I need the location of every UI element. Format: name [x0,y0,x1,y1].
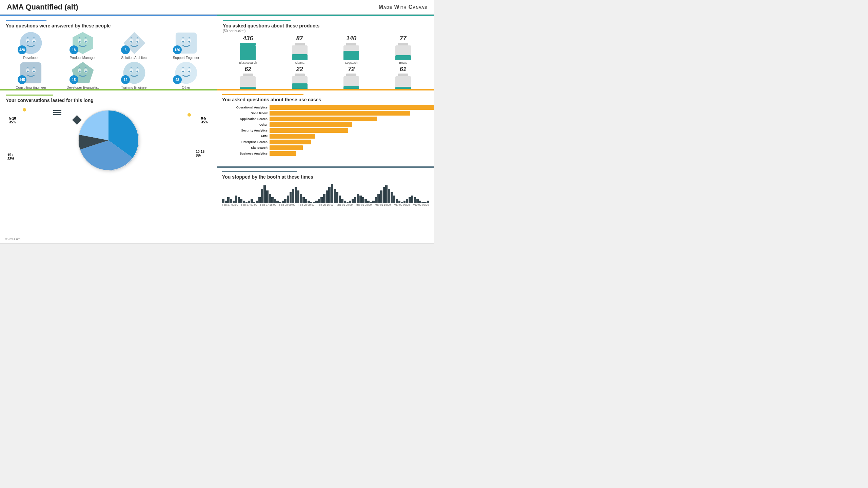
products-accent-line [223,20,291,21]
timeline-x-label: Mar 01 16:00 [375,203,391,206]
timeline-accent-line [222,171,297,172]
dot-decoration [188,113,191,117]
timeline-bar [230,199,232,203]
timeline-bar [372,201,375,203]
bar-track [270,117,377,121]
conversations-accent-line [6,95,53,96]
svg-point-3 [27,41,29,43]
use-cases-bars: Operational Analytics Don't Know Applica… [222,105,429,156]
bottle-fill [292,54,308,60]
bar-label: Don't Know [222,111,270,115]
bottle-beats [395,43,411,60]
timeline-bar [300,194,302,203]
product-count-xpack: 72 [348,66,355,73]
svg-point-55 [189,67,190,68]
main-grid: You questions were answered by these peo… [0,15,434,244]
bottle-ece [395,74,411,89]
timeline-bar [377,194,380,203]
timeline-bar [388,189,390,203]
timeline-bar [276,201,279,203]
timeline-bar [274,199,276,203]
timeline-bar [279,202,281,203]
bottle-swiftype [292,74,308,89]
person-label-developer: Developer [23,56,39,60]
product-label-kibana: Kibana [295,61,304,64]
timeline-bar [419,201,421,203]
timeline-bar [352,199,354,203]
timeline-bar [409,197,411,203]
bar-label: Application Search [222,117,270,121]
svg-point-45 [131,71,132,73]
product-count-beats: 77 [400,35,407,42]
bar-label: Operational Analytics [222,106,270,109]
timeline-bar [326,190,328,203]
timeline-bar [248,201,250,203]
timeline-x-label: Feb 27 00:00 [222,203,238,206]
pie-label-15plus-text: 15+ [7,153,14,157]
product-count-ece: 61 [400,66,407,73]
product-count-kibana: 87 [296,35,303,42]
timeline-bar [302,197,305,203]
svg-point-11 [85,41,86,43]
timeline-bar [406,199,408,203]
timeline-bar [385,185,388,203]
timeline-bar [380,190,382,203]
timeline-bar [398,201,401,203]
person-badge-product_manager: 18 [70,45,78,54]
product-cell-swiftype: 22 Swiftype [275,66,325,89]
bottle-kibana [292,43,308,60]
product-cell-xpack: 72 X-Pack [326,66,377,89]
person-avatar-support_engineer: 126 [174,31,198,55]
pie-label-5-10-text: 5-10 [9,117,16,120]
timeline-bar [222,199,224,203]
bottle-cap [295,43,305,45]
pie-label-15plus-pct: 22% [7,157,14,161]
bottle-xpack [343,74,359,89]
bottle-fill [395,87,411,89]
bottle-cap [295,74,305,76]
timeline-x-label: Feb 28 16:00 [317,203,333,206]
svg-point-5 [27,37,28,39]
person-cell-developer_evangelist: 15 Developer Evangelist [58,61,108,89]
bar-track [270,140,311,144]
person-cell-solution_architect: 6 Solution Architect [109,31,160,60]
svg-point-41 [85,67,86,68]
timeline-bar [344,201,346,203]
pie-label-5-10: 5-10 35% [9,117,16,124]
svg-point-4 [33,41,35,43]
timeline-bar [313,202,315,203]
svg-point-24 [182,41,184,43]
timeline-bar [359,196,362,203]
bar-label: Site Search [222,146,270,149]
timeline-bar [341,199,343,203]
timeline-bar [403,201,406,203]
header: AMA Quantified (alt) Made With Canvas [0,0,434,15]
timeline-bar [354,197,357,203]
person-badge-other: 48 [173,75,182,84]
svg-point-20 [137,37,138,39]
timeline-bar [427,201,429,203]
svg-point-31 [27,71,29,73]
timeline-bar [328,187,331,203]
bottle-overflow [240,43,256,45]
svg-point-34 [33,67,35,68]
svg-point-10 [79,41,80,43]
svg-point-53 [188,71,190,73]
timeline-bar [233,201,235,203]
use-cases-title: You asked questions about these use case… [222,97,429,102]
product-cell-ece: 61 ECE [378,66,429,89]
svg-point-12 [79,37,80,39]
svg-point-40 [79,67,80,68]
bottle-cap [398,74,408,76]
svg-point-48 [137,67,138,68]
timeline-bar [339,196,341,203]
timeline-bar [263,185,266,203]
pie-label-5-10-pct: 35% [9,120,16,124]
bottle-elastic_cloud [240,74,256,89]
person-cell-consulting_engineer: 145 Consulting Engineer [6,61,56,89]
product-count-elasticsearch: 436 [243,35,253,42]
bottle-fill [292,83,308,89]
use-case-row: Site Search [222,145,429,150]
timeline-bar [370,202,372,203]
timeline-bar [251,199,253,203]
